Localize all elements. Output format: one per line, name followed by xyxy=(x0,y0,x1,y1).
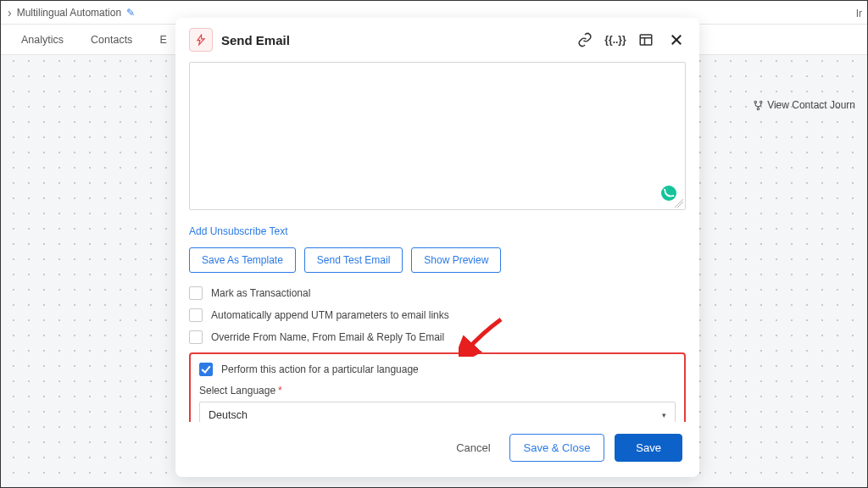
close-icon[interactable] xyxy=(667,30,686,49)
tab-analytics[interactable]: Analytics xyxy=(21,25,64,54)
save-as-template-button[interactable]: Save As Template xyxy=(189,247,296,273)
bolt-icon xyxy=(189,28,213,52)
email-body-editor[interactable] xyxy=(189,62,686,210)
language-highlight-box: Perform this action for a particular lan… xyxy=(189,352,686,422)
language-select[interactable]: Deutsch ▾ xyxy=(199,402,676,422)
resize-handle[interactable] xyxy=(675,199,683,208)
send-email-modal: Send Email {{..}} Add Unsubscribe Text S… xyxy=(175,18,699,477)
edit-title-icon[interactable]: ✎ xyxy=(126,7,135,19)
add-unsubscribe-link[interactable]: Add Unsubscribe Text xyxy=(189,225,288,237)
modal-footer: Cancel Save & Close Save xyxy=(175,422,699,477)
back-chevron-icon[interactable]: › xyxy=(8,6,12,19)
svg-rect-3 xyxy=(640,35,652,45)
braces-icon[interactable]: {{..}} xyxy=(606,30,625,49)
modal-header: Send Email {{..}} xyxy=(175,18,699,62)
cancel-button[interactable]: Cancel xyxy=(448,435,498,461)
check-override[interactable]: Override From Name, From Email & Reply T… xyxy=(189,330,686,344)
svg-point-2 xyxy=(757,108,759,109)
check-language-action[interactable]: Perform this action for a particular lan… xyxy=(199,363,676,376)
save-button[interactable]: Save xyxy=(615,434,682,462)
modal-title: Send Email xyxy=(221,33,567,47)
chevron-down-icon: ▾ xyxy=(662,411,666,419)
link-icon[interactable] xyxy=(576,30,594,49)
template-icon[interactable] xyxy=(637,30,655,49)
svg-point-0 xyxy=(754,101,756,103)
select-language-label: Select Language* xyxy=(199,385,676,396)
top-right-truncated: Ir xyxy=(856,8,862,19)
automation-title: Multilingual Automation xyxy=(17,7,121,19)
show-preview-button[interactable]: Show Preview xyxy=(411,247,501,273)
check-utm[interactable]: Automatically append UTM parameters to e… xyxy=(189,308,686,322)
checkbox[interactable] xyxy=(189,308,203,322)
modal-body: Add Unsubscribe Text Save As Template Se… xyxy=(175,62,699,422)
fork-icon xyxy=(753,100,764,111)
tab-e[interactable]: E xyxy=(159,25,166,54)
send-test-email-button[interactable]: Send Test Email xyxy=(304,247,403,273)
checkbox-checked[interactable] xyxy=(199,363,213,376)
checkbox[interactable] xyxy=(189,286,203,300)
checkbox[interactable] xyxy=(189,330,203,344)
save-close-button[interactable]: Save & Close xyxy=(509,434,605,462)
svg-point-1 xyxy=(760,101,762,103)
tab-contacts[interactable]: Contacts xyxy=(91,25,132,54)
view-journey-link[interactable]: View Contact Journ xyxy=(753,99,855,111)
check-transactional[interactable]: Mark as Transactional xyxy=(189,286,686,300)
